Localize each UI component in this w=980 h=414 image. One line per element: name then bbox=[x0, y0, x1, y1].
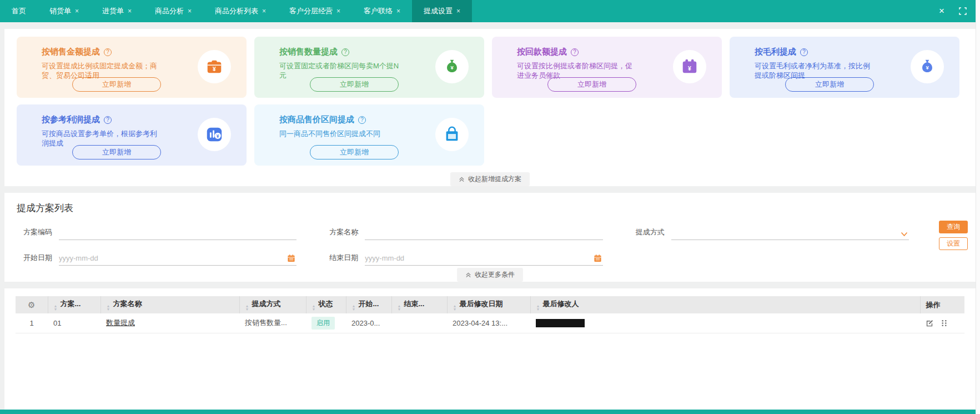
section-title: 提成方案列表 bbox=[4, 202, 976, 215]
double-chevron-up-icon bbox=[465, 272, 471, 278]
collapse-new-scheme-toggle[interactable]: 收起新增提成方案 bbox=[450, 172, 530, 186]
tab-close-icon[interactable]: × bbox=[128, 7, 132, 15]
card-sales-amount-commission: 按销售金额提成 ? 可设置提成比例或固定提成金额；商贸、贸易公司适用 立即新增 … bbox=[17, 37, 247, 98]
tab-close-icon[interactable]: × bbox=[336, 7, 340, 15]
tab[interactable]: 商品分析 × bbox=[143, 0, 203, 22]
column-header[interactable]: ▲▼状态 bbox=[306, 296, 346, 313]
search-button[interactable]: 查询 bbox=[939, 221, 968, 233]
tab-label: 销货单 bbox=[49, 6, 71, 16]
column-settings-gear-icon[interactable]: ⚙ bbox=[16, 296, 48, 313]
scheme-list-panel: 提成方案列表 方案编码 方案名称 提成方式 bbox=[4, 193, 976, 282]
tab-close-icon[interactable]: × bbox=[396, 7, 400, 15]
scheme-name-link[interactable]: 数量提成 bbox=[106, 318, 135, 327]
calendar-icon[interactable] bbox=[287, 254, 295, 262]
grid-dots-icon[interactable] bbox=[941, 320, 948, 327]
scheme-code-field: 方案编码 bbox=[21, 226, 296, 240]
end-date-label: 结束日期 bbox=[327, 253, 358, 266]
collapse-more-filters-toggle[interactable]: 收起更多条件 bbox=[457, 268, 523, 282]
sort-arrows-icon[interactable]: ▲▼ bbox=[54, 305, 58, 311]
column-header[interactable]: ▲▼结束... bbox=[391, 296, 447, 313]
add-now-button[interactable]: 立即新增 bbox=[72, 145, 161, 159]
redacted-name bbox=[536, 319, 585, 327]
sort-arrows-icon[interactable]: ▲▼ bbox=[536, 305, 540, 311]
scheme-name-input[interactable] bbox=[365, 228, 602, 237]
moneybag-yen-icon: ¥ bbox=[435, 50, 469, 83]
sort-arrows-icon[interactable]: ▲▼ bbox=[453, 305, 457, 311]
column-header[interactable]: 操作 bbox=[920, 296, 964, 313]
sort-arrows-icon[interactable]: ▲▼ bbox=[107, 305, 110, 311]
moneybag-yen-icon: ¥ bbox=[911, 50, 944, 83]
sort-arrows-icon[interactable]: ▲▼ bbox=[312, 305, 316, 311]
column-header[interactable]: ▲▼提成方式 bbox=[239, 296, 306, 313]
fullscreen-icon[interactable] bbox=[953, 0, 972, 22]
bar-chart-coin-icon: ¥ bbox=[198, 118, 231, 151]
close-all-tabs-icon[interactable]: × bbox=[932, 0, 951, 22]
shopping-bag-icon bbox=[435, 118, 469, 151]
sort-arrows-icon[interactable]: ▲▼ bbox=[398, 305, 401, 311]
start-date-input[interactable] bbox=[59, 254, 296, 262]
tab-label: 客户联络 bbox=[364, 6, 393, 16]
column-header[interactable]: ▲▼开始... bbox=[346, 296, 391, 313]
commission-cards-panel: 按销售金额提成 ? 可设置提成比例或固定提成金额；商贸、贸易公司适用 立即新增 … bbox=[4, 29, 976, 186]
help-icon[interactable]: ? bbox=[104, 48, 112, 56]
row-commission-method: 按销售数量... bbox=[239, 313, 306, 333]
tab[interactable]: 进货单 × bbox=[91, 0, 143, 22]
tab-close-icon[interactable]: × bbox=[262, 7, 266, 15]
scheme-code-input[interactable] bbox=[59, 228, 296, 237]
help-icon[interactable]: ? bbox=[341, 48, 349, 56]
add-now-button[interactable]: 立即新增 bbox=[310, 77, 399, 92]
help-icon[interactable]: ? bbox=[800, 48, 808, 56]
card-description: 同一商品不同售价区间提成不同 bbox=[279, 129, 400, 138]
calendar-icon[interactable] bbox=[594, 254, 602, 262]
row-operations bbox=[926, 319, 959, 327]
filter-buttons: 查询 设置 bbox=[939, 221, 968, 250]
commission-method-select[interactable] bbox=[671, 228, 909, 237]
svg-text:¥: ¥ bbox=[217, 133, 219, 139]
tab-close-icon[interactable]: × bbox=[75, 7, 79, 15]
tab-close-icon[interactable]: × bbox=[188, 7, 192, 15]
column-header[interactable]: ▲▼最后修改人 bbox=[530, 296, 920, 313]
svg-text:¥: ¥ bbox=[450, 64, 454, 71]
tab[interactable]: 提成设置 × bbox=[412, 0, 472, 22]
page-scrollbar[interactable] bbox=[976, 0, 980, 414]
help-icon[interactable]: ? bbox=[571, 48, 579, 56]
help-icon[interactable]: ? bbox=[358, 116, 366, 124]
sort-arrows-icon[interactable]: ▲▼ bbox=[352, 305, 356, 311]
card-title: 按回款额提成 bbox=[517, 47, 567, 57]
tab[interactable]: 销货单 × bbox=[38, 0, 91, 22]
commission-method-label: 提成方式 bbox=[634, 227, 665, 240]
svg-text:¥: ¥ bbox=[926, 64, 929, 71]
svg-text:¥: ¥ bbox=[688, 66, 691, 72]
add-now-button[interactable]: 立即新增 bbox=[72, 77, 161, 92]
double-chevron-up-icon bbox=[459, 176, 465, 182]
tab[interactable]: 首页 bbox=[0, 0, 38, 22]
tab[interactable]: 客户分层经营 × bbox=[278, 0, 352, 22]
tab[interactable]: 客户联络 × bbox=[352, 0, 412, 22]
chevron-down-icon[interactable] bbox=[901, 232, 908, 237]
table-header-row: ⚙ ▲▼方案... ▲▼方案名称 ▲▼提成方式 ▲▼状态 ▲▼开始... ▲▼结… bbox=[16, 296, 964, 313]
help-icon[interactable]: ? bbox=[104, 116, 112, 124]
tab-bar-actions: × bbox=[932, 0, 980, 22]
row-start-date: 2023-0... bbox=[346, 313, 391, 333]
column-header[interactable]: ▲▼最后修改日期 bbox=[447, 296, 530, 313]
tab-bar: 首页 销货单 × 进货单 × 商品分析 × 商品分析列表 × 客户分层经营 × … bbox=[0, 0, 980, 22]
row-modified-by bbox=[530, 313, 920, 333]
end-date-input[interactable] bbox=[365, 254, 602, 262]
add-now-button[interactable]: 立即新增 bbox=[547, 77, 636, 92]
add-now-button[interactable]: 立即新增 bbox=[785, 77, 874, 92]
row-index: 1 bbox=[16, 313, 48, 333]
sort-arrows-icon[interactable]: ▲▼ bbox=[245, 305, 249, 311]
tab-close-icon[interactable]: × bbox=[456, 7, 460, 15]
tab[interactable]: 商品分析列表 × bbox=[203, 0, 278, 22]
card-reference-profit-commission: 按参考利润提成 ? 可按商品设置参考单价，根据参考利润提成 立即新增 ¥ bbox=[17, 104, 247, 166]
add-now-button[interactable]: 立即新增 bbox=[310, 145, 399, 159]
column-header[interactable]: ▲▼方案... bbox=[48, 296, 100, 313]
end-date-field: 结束日期 bbox=[327, 251, 602, 266]
card-title: 按毛利提成 bbox=[755, 47, 796, 57]
tab-label: 客户分层经营 bbox=[289, 6, 333, 16]
table-row[interactable]: 1 01 数量提成 按销售数量... 启用 2023-0... 2023-04-… bbox=[16, 313, 964, 333]
edit-icon[interactable] bbox=[926, 319, 934, 327]
commission-method-field: 提成方式 bbox=[634, 226, 909, 240]
settings-button[interactable]: 设置 bbox=[939, 237, 968, 250]
column-header[interactable]: ▲▼方案名称 bbox=[100, 296, 239, 313]
